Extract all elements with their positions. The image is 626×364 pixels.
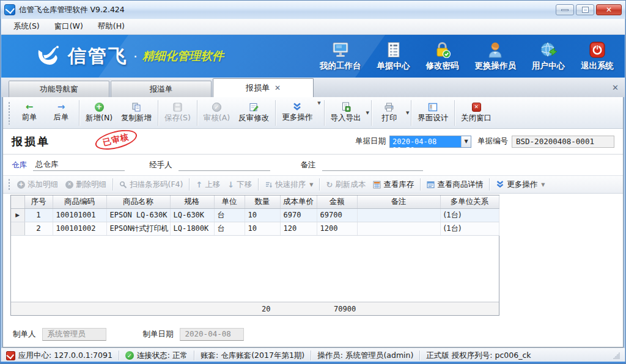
remark-field[interactable] — [322, 159, 423, 171]
cell-cost-price[interactable]: 6970 — [280, 208, 317, 222]
cell-multi-unit[interactable]: (1台) — [440, 208, 499, 222]
password-lock-icon — [433, 42, 452, 59]
my-workstation-button[interactable]: 我的工作台 — [320, 42, 361, 71]
close-button[interactable]: ✕ — [596, 4, 622, 15]
tab-function-nav[interactable]: 功能导航窗 — [9, 81, 109, 97]
cell-cost-price[interactable]: 120 — [280, 222, 317, 235]
sort-icon — [265, 181, 273, 189]
cell-amount[interactable]: 1200 — [317, 222, 357, 235]
scan-barcode-button[interactable]: 扫描条形码(F4) — [116, 178, 186, 192]
col-multi-unit[interactable]: 多单位关系 — [440, 195, 499, 208]
copy-new-button[interactable]: 复制新增 — [117, 99, 156, 127]
view-product-detail-button[interactable]: 查看商品详情 — [423, 178, 487, 192]
minimize-button[interactable] — [556, 4, 574, 15]
menu-system[interactable]: 系统(S) — [7, 20, 46, 34]
exit-system-button[interactable]: 退出系统 — [581, 42, 614, 71]
toolbar-overflow-icon[interactable]: ▼ — [317, 101, 320, 106]
detail-toolbar: + 添加明细 ✕ 删除明细 扫描条形码(F4) ↑ 上移 ↓ 下移 — [3, 175, 623, 194]
title-bar: 信管飞仓库管理软件 V9.2.424 ✕ — [1, 1, 625, 19]
maximize-icon — [583, 7, 588, 12]
cell-product-code[interactable]: 100101002 — [53, 222, 106, 235]
status-separator — [119, 351, 119, 360]
handler-field[interactable] — [179, 159, 270, 171]
tab-close-icon[interactable]: ✕ — [274, 84, 281, 92]
doc-date-field[interactable]: 2020-04-08 10:50 ▼ — [389, 136, 471, 148]
detail-toolbar-separator — [420, 178, 421, 191]
col-product-name[interactable]: 商品名称 — [106, 195, 170, 208]
cell-product-name[interactable]: EPSON针式打印机 — [106, 222, 170, 235]
more-actions-button[interactable]: 更多操作 — [278, 99, 317, 127]
user-center-button[interactable]: 用户中心 — [532, 42, 565, 71]
change-password-button[interactable]: 修改密码 — [426, 42, 459, 71]
resize-grip-icon[interactable] — [613, 352, 620, 359]
unaudit-button[interactable]: 反审修改 — [234, 99, 273, 127]
col-seq[interactable]: 序号 — [24, 195, 53, 208]
menu-help[interactable]: 帮助(H) — [92, 20, 131, 34]
cell-spec[interactable]: LQ-1800K — [170, 222, 214, 235]
quick-sort-dropdown-icon: ▼ — [309, 182, 313, 187]
print-button[interactable]: 打印 — [374, 99, 405, 127]
doc-no-value[interactable]: BSD-20200408-0001 — [512, 136, 614, 148]
total-qty: 20 — [258, 305, 293, 313]
cell-amount[interactable]: 69700 — [317, 208, 357, 222]
cell-seq[interactable]: 1 — [24, 208, 53, 222]
col-amount[interactable]: 金额 — [317, 195, 357, 208]
import-export-dropdown-icon[interactable]: ▼ — [366, 111, 369, 115]
next-doc-button[interactable]: → 后单 — [45, 99, 77, 127]
cell-seq[interactable]: 2 — [24, 222, 53, 235]
add-new-button[interactable]: + 新增(N) — [81, 99, 117, 127]
col-spec[interactable]: 规格 — [170, 195, 214, 208]
audit-button[interactable]: ✓ 审核(A) — [199, 99, 234, 127]
close-window-button[interactable]: ✕ 关闭窗口 — [457, 99, 496, 127]
cell-remark[interactable] — [357, 222, 440, 235]
unaudit-edit-icon — [249, 103, 259, 112]
cell-product-name[interactable]: EPSON LQ-630K — [106, 208, 170, 222]
prev-doc-button[interactable]: ← 前单 — [13, 99, 45, 127]
maximize-button[interactable] — [576, 4, 594, 15]
operator-status: 操作员: 系统管理员(admin) — [317, 351, 413, 361]
tab-overflow-doc[interactable]: 报溢单 — [111, 81, 212, 97]
col-product-code[interactable]: 商品编码 — [53, 195, 106, 208]
double-chevron-down-icon — [292, 103, 302, 111]
document-center-button[interactable]: 单据中心 — [377, 42, 410, 71]
ui-design-button[interactable]: 界面设计 — [413, 99, 452, 127]
toolbar-separator — [158, 100, 158, 126]
add-detail-button[interactable]: + 添加明细 — [13, 178, 62, 192]
quick-sort-button[interactable]: 快速排序 ▼ — [261, 178, 317, 192]
save-button[interactable]: 保存(S) — [160, 99, 195, 127]
refresh-cost-button[interactable]: ↻ 刷新成本 — [322, 178, 369, 192]
cell-product-code[interactable]: 100101001 — [53, 208, 106, 222]
doc-date-value[interactable]: 2020-04-08 10:50 — [390, 136, 461, 147]
cell-unit[interactable]: 台 — [214, 222, 245, 235]
detail-more-actions-button[interactable]: 更多操作 ▼ — [492, 178, 548, 192]
cell-qty[interactable]: 10 — [245, 222, 280, 235]
fields-row: 仓库 总仓库 经手人 备注 — [3, 155, 623, 175]
doc-date-dropdown-icon[interactable]: ▼ — [461, 136, 471, 147]
cell-spec[interactable]: LQ-630K — [170, 208, 214, 222]
switch-operator-button[interactable]: 更换操作员 — [475, 42, 517, 71]
cell-qty[interactable]: 10 — [245, 208, 280, 222]
import-export-button[interactable]: 导入导出 — [326, 99, 366, 127]
warehouse-field[interactable]: 总仓库 — [33, 159, 125, 171]
cell-remark[interactable] — [357, 208, 440, 222]
cell-multi-unit[interactable]: (1台) — [440, 222, 499, 235]
toolbar-separator — [79, 100, 79, 126]
print-dropdown-icon[interactable]: ▼ — [406, 111, 409, 115]
move-up-button[interactable]: ↑ 上移 — [192, 178, 224, 192]
detail-toolbar-separator — [189, 178, 190, 191]
close-all-tabs-icon[interactable]: ✕ — [612, 83, 619, 92]
cell-unit[interactable]: 台 — [214, 208, 245, 222]
table-row[interactable]: ▶ 1 100101001 EPSON LQ-630K LQ-630K 台 10… — [11, 208, 499, 222]
col-cost-price[interactable]: 成本单价 — [280, 195, 317, 208]
col-unit[interactable]: 单位 — [214, 195, 245, 208]
product-detail-icon — [427, 181, 435, 189]
table-row[interactable]: 2 100101002 EPSON针式打印机 LQ-1800K 台 10 120… — [11, 222, 499, 235]
delete-detail-button[interactable]: ✕ 删除明细 — [62, 178, 110, 192]
menu-window[interactable]: 窗口(W) — [48, 20, 89, 34]
col-qty[interactable]: 数量 — [245, 195, 280, 208]
col-remark[interactable]: 备注 — [357, 195, 440, 208]
view-stock-button[interactable]: 查看库存 — [369, 178, 418, 192]
tab-loss-doc[interactable]: 报损单 ✕ — [213, 78, 314, 97]
brand-banner: 信管飞 · 精细化管理软件 我的工作台 单据中心 修改密码 — [1, 35, 625, 78]
move-down-button[interactable]: ↓ 下移 — [224, 178, 256, 192]
